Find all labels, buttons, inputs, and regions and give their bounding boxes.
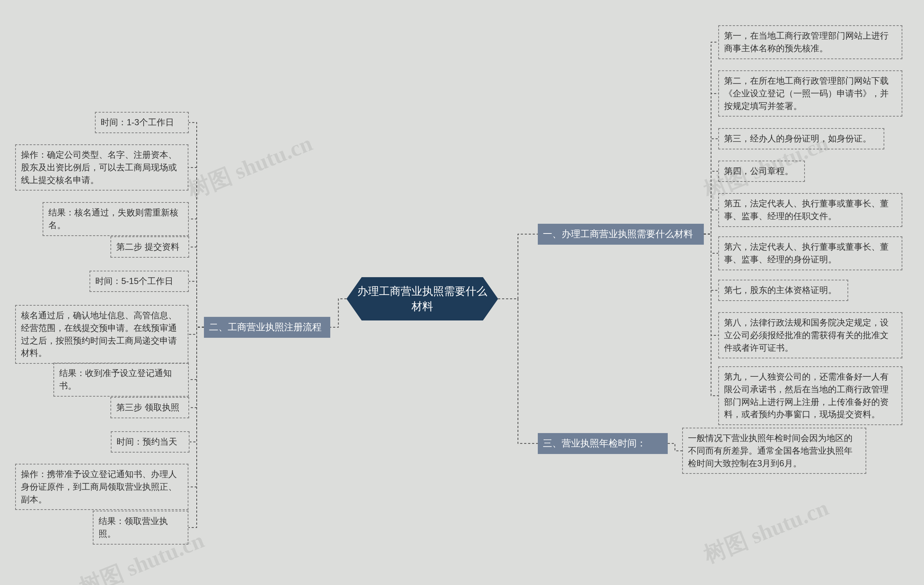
materials-item-8[interactable]: 第八，法律行政法规和国务院决定规定，设立公司必须报经批准的需获得有关的批准文件或… [718,312,903,358]
process-item-2[interactable]: 操作：确定公司类型、名字、注册资本、股东及出资比例后，可以去工商局现场或线上提交… [15,144,188,191]
watermark: 树图 shutu.cn [700,493,833,570]
materials-item-5[interactable]: 第五，法定代表人、执行董事或董事长、董事、监事、经理的任职文件。 [718,193,903,227]
process-item-7[interactable]: 结果：收到准予设立登记通知书。 [53,363,189,397]
process-item-4[interactable]: 第二步 提交资料 [111,236,189,258]
process-item-9[interactable]: 时间：预约当天 [111,431,190,453]
process-item-11[interactable]: 结果：领取营业执照。 [93,511,188,545]
process-item-6[interactable]: 核名通过后，确认地址信息、高管信息、经营范围，在线提交预申请。在线预审通过之后，… [15,305,188,364]
materials-item-7[interactable]: 第七，股东的主体资格证明。 [718,280,848,301]
materials-item-1[interactable]: 第一，在当地工商行政管理部门网站上进行商事主体名称的预先核准。 [718,25,903,59]
inspection-time-text[interactable]: 一般情况下营业执照年检时间会因为地区的不同而有所差异。通常全国各地营业执照年检时… [682,428,866,474]
process-item-8[interactable]: 第三步 领取执照 [111,397,189,418]
materials-item-4[interactable]: 第四，公司章程。 [718,161,805,182]
materials-item-9[interactable]: 第九，一人独资公司的，还需准备好一人有限公司承诺书，然后在当地的工商行政管理部门… [718,366,903,425]
process-item-1[interactable]: 时间：1-3个工作日 [95,112,189,133]
branch-inspection-time[interactable]: 三、营业执照年检时间： [538,433,668,454]
materials-item-3[interactable]: 第三，经办人的身份证明，如身份证。 [718,128,884,149]
process-item-3[interactable]: 结果：核名通过，失败则需重新核名。 [43,202,189,236]
materials-item-2[interactable]: 第二，在所在地工商行政管理部门网站下载《企业设立登记（一照一码）申请书》，并按规… [718,70,903,117]
root-node[interactable]: 办理工商营业执照需要什么材料 [346,277,498,320]
process-item-10[interactable]: 操作：携带准予设立登记通知书、办理人身份证原件，到工商局领取营业执照正、副本。 [15,464,188,510]
process-item-5[interactable]: 时间：5-15个工作日 [89,271,189,292]
watermark: 树图 shutu.cn [183,128,317,206]
branch-registration-process[interactable]: 二、工商营业执照注册流程 [204,317,330,338]
materials-item-6[interactable]: 第六，法定代表人、执行董事或董事长、董事、监事、经理的身份证明。 [718,236,903,270]
branch-materials[interactable]: 一、办理工商营业执照需要什么材料 [538,224,704,245]
